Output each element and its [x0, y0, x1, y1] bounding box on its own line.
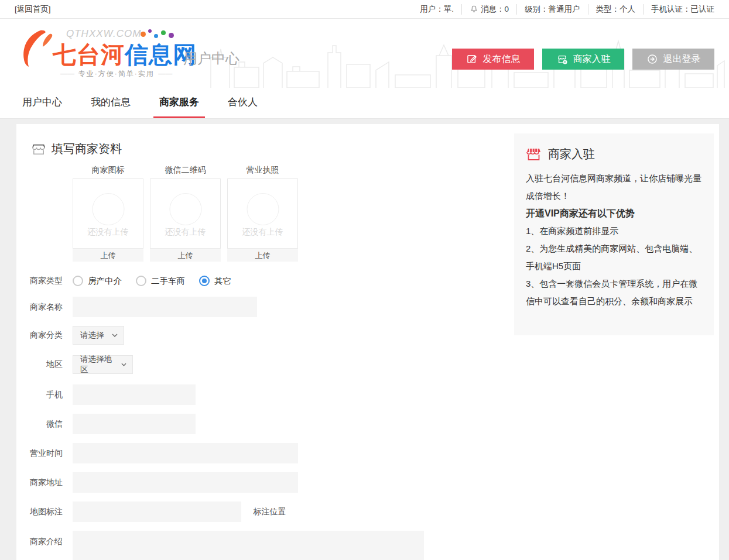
upload-button[interactable]: 上传	[150, 249, 221, 262]
placeholder-circle-icon	[169, 193, 201, 225]
placeholder-circle-icon	[247, 193, 279, 225]
radio-icon	[199, 276, 210, 286]
radio-used-car[interactable]: 二手车商	[136, 276, 185, 287]
upload-label: 营业执照	[227, 165, 298, 176]
site-header: QTHXXW.COM 七台河信息网 —— 专业·方便·简单·实用 —— 用户中心…	[0, 19, 729, 88]
hours-input[interactable]	[73, 443, 298, 463]
sidebar-title: 商家入驻	[548, 146, 595, 162]
upload-dropzone[interactable]: 还没有上传	[150, 178, 221, 249]
category-select[interactable]: 请选择	[73, 326, 124, 345]
upload-label: 商家图标	[73, 165, 143, 176]
merchant-name-label: 商家名称	[16, 302, 63, 312]
sidebar-benefit-2: 2、为您生成精美的商家网站、包含电脑端、手机端H5页面	[526, 240, 702, 275]
bell-icon	[470, 5, 478, 13]
map-input-group: 标注位置	[73, 501, 298, 522]
district-select[interactable]: 请选择地区	[73, 355, 133, 374]
arrow-right-circle-icon	[646, 53, 658, 65]
sidebar-benefit-3: 3、包含一套微信会员卡管理系统，用户在微信中可以查看自己的积分、余额和商家展示	[526, 275, 702, 310]
back-home-link[interactable]: [返回首页]	[15, 4, 51, 15]
phone-verify-item: 手机认证： 已认证	[643, 4, 714, 15]
upload-business-license: 营业执照 还没有上传 上传	[227, 165, 298, 262]
tab-partner[interactable]: 合伙人	[222, 88, 263, 118]
address-input[interactable]	[73, 472, 298, 493]
map-row: 地图标注 标注位置	[16, 501, 719, 522]
tab-user-center[interactable]: 用户中心	[16, 88, 68, 118]
sidebar-subtitle: 开通VIP商家还有以下优势	[526, 205, 702, 222]
type-value: 个人	[620, 4, 635, 15]
upload-empty-text: 还没有上传	[73, 227, 143, 238]
merchant-promo-sidebar: 商家入驻 入驻七台河信息网商家频道，让你店铺曝光量成倍增长！ 开通VIP商家还有…	[514, 133, 714, 335]
user-item: 用户： 單.	[420, 4, 454, 15]
district-label: 地区	[16, 359, 63, 370]
user-label: 用户：	[420, 4, 444, 15]
address-row: 商家地址	[16, 472, 719, 493]
wechat-row: 微信	[16, 414, 719, 434]
intro-label: 商家介绍	[16, 537, 63, 547]
map-input[interactable]	[73, 501, 241, 522]
site-logo[interactable]: QTHXXW.COM 七台河信息网 —— 专业·方便·简单·实用 ——	[20, 22, 184, 84]
radio-icon	[136, 276, 146, 286]
upload-label: 微信二维码	[150, 165, 221, 176]
account-status-bar: 用户： 單. 消息： 0 级别： 普通用户 类型： 个人 手机认证： 已认证	[420, 4, 714, 15]
wechat-label: 微信	[16, 419, 63, 430]
mark-location-button[interactable]: 标注位置	[241, 501, 298, 522]
phone-verify-label: 手机认证：	[651, 4, 691, 15]
merchant-name-input[interactable]	[73, 297, 257, 317]
chevron-down-icon	[112, 334, 118, 337]
merchant-type-label: 商家类型	[16, 276, 63, 286]
phone-verify-value: 已认证	[691, 4, 715, 15]
upload-merchant-logo: 商家图标 还没有上传 上传	[73, 165, 143, 262]
map-label: 地图标注	[16, 507, 63, 517]
intro-row: 商家介绍	[16, 531, 719, 560]
logo-tagline: —— 专业·方便·简单·实用 ——	[60, 69, 172, 79]
upload-dropzone[interactable]: 还没有上传	[227, 178, 298, 249]
upload-button[interactable]: 上传	[73, 249, 143, 262]
upload-button[interactable]: 上传	[227, 249, 298, 262]
messages-item[interactable]: 消息： 0	[461, 4, 509, 15]
chevron-down-icon	[121, 363, 126, 366]
phone-label: 手机	[16, 390, 63, 400]
address-label: 商家地址	[16, 477, 63, 488]
wechat-input[interactable]	[73, 414, 196, 434]
level-label: 级别：	[525, 4, 549, 15]
hours-label: 营业时间	[16, 448, 63, 459]
publish-info-button[interactable]: 发布信息	[452, 49, 534, 70]
phone-input[interactable]	[73, 384, 196, 405]
header-buttons: 发布信息 商家入驻 退出登录	[444, 49, 714, 70]
radio-icon	[73, 276, 83, 286]
upload-wechat-qr: 微信二维码 还没有上传 上传	[150, 165, 221, 262]
store-red-icon	[526, 147, 542, 162]
district-row: 地区 请选择地区	[16, 355, 719, 374]
upload-empty-text: 还没有上传	[228, 227, 297, 238]
level-value: 普通用户	[549, 4, 580, 15]
storefront-plus-icon	[556, 53, 568, 65]
radio-real-estate[interactable]: 房产中介	[73, 276, 122, 287]
logo-swoosh-icon	[20, 29, 57, 71]
hours-row: 营业时间	[16, 443, 719, 463]
upload-dropzone[interactable]: 还没有上传	[73, 178, 143, 249]
messages-count: 0	[504, 5, 509, 13]
user-value: 單.	[444, 4, 454, 15]
sidebar-benefit-1: 1、在商家频道前排显示	[526, 222, 702, 240]
category-label: 商家分类	[16, 330, 63, 341]
portal-title: 用户中心	[183, 49, 239, 68]
logo-site-name: 七台河信息网	[53, 39, 197, 71]
content-panel: 填写商家资料 商家图标 还没有上传 上传 微信二维码 还没有上传 上传 营业执照…	[16, 124, 719, 560]
top-bar: [返回首页] 用户： 單. 消息： 0 级别： 普通用户 类型： 个人 手机认证…	[0, 0, 729, 19]
phone-row: 手机	[16, 384, 719, 405]
radio-other[interactable]: 其它	[199, 276, 231, 287]
merchant-join-button[interactable]: 商家入驻	[542, 49, 624, 70]
storefront-icon	[31, 143, 46, 156]
upload-empty-text: 还没有上传	[150, 227, 220, 238]
placeholder-circle-icon	[92, 193, 124, 225]
pencil-square-icon	[466, 53, 478, 65]
intro-textarea[interactable]	[73, 531, 424, 560]
logo-domain-text: QTHXXW.COM	[66, 28, 141, 40]
type-item: 类型： 个人	[588, 4, 636, 15]
tab-my-info[interactable]: 我的信息	[85, 88, 136, 118]
tab-merchant-services[interactable]: 商家服务	[153, 88, 205, 118]
messages-label: 消息：	[481, 4, 505, 15]
logout-button[interactable]: 退出登录	[632, 49, 714, 70]
sidebar-intro: 入驻七台河信息网商家频道，让你店铺曝光量成倍增长！	[526, 170, 702, 205]
level-item: 级别： 普通用户	[516, 4, 580, 15]
